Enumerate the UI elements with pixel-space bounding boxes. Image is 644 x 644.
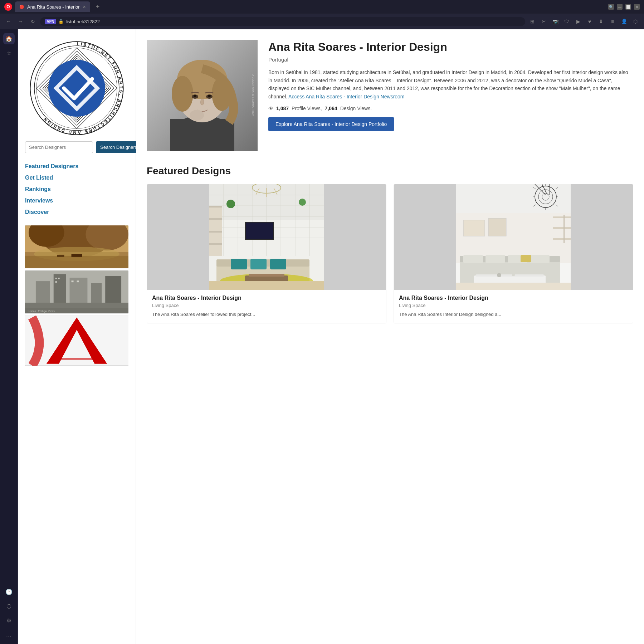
- download-icon[interactable]: ⬇: [596, 16, 606, 26]
- sidebar-more-icon[interactable]: …: [3, 629, 15, 640]
- svg-rect-24: [58, 278, 60, 279]
- design-card-2[interactable]: Ana Rita Soares - Interior Design Living…: [394, 184, 633, 323]
- design-card-2-title: Ana Rita Soares - Interior Design: [399, 295, 628, 301]
- heart-icon[interactable]: ♥: [585, 16, 595, 26]
- svg-rect-27: [77, 280, 79, 282]
- sidebar-bookmarks-icon[interactable]: ☆: [3, 47, 15, 59]
- svg-rect-33: [61, 358, 93, 360]
- site-logo: LISTOF.NET FOR ARTS, ARCHITECTURE AND DE…: [25, 36, 128, 140]
- search-area: Search Designers: [25, 141, 128, 153]
- window-controls: 🔍 — ⬜ ✕: [608, 4, 640, 10]
- search-button[interactable]: Search Designers: [96, 141, 141, 153]
- svg-rect-14: [57, 255, 64, 257]
- snapshot-icon[interactable]: ✂: [539, 16, 549, 26]
- site-sidebar: LISTOF.NET FOR ARTS, ARCHITECTURE AND DE…: [18, 29, 136, 644]
- site-logo-container[interactable]: LISTOF.NET FOR ARTS, ARCHITECTURE AND DE…: [25, 36, 128, 141]
- tab-favicon: 🔴: [19, 5, 24, 9]
- search-input[interactable]: [25, 141, 93, 153]
- close-btn[interactable]: ✕: [634, 4, 640, 10]
- design-views-count: 7,064: [325, 106, 337, 111]
- svg-rect-116: [530, 255, 550, 263]
- sidebar-image-2[interactable]: Lisbon · Portugal Views: [25, 270, 128, 313]
- sidebar-image-3[interactable]: [25, 316, 128, 366]
- minimize-btn[interactable]: —: [617, 4, 623, 10]
- svg-rect-107: [553, 216, 571, 218]
- design-image-1-svg: [147, 184, 386, 290]
- svg-point-46: [194, 95, 196, 97]
- sidebar-toggle-icon[interactable]: ⊞: [527, 16, 537, 26]
- svg-rect-81: [231, 259, 247, 269]
- design-card-1-info: Ana Rita Soares - Interior Design Living…: [147, 290, 386, 323]
- svg-rect-122: [456, 283, 571, 290]
- reload-btn[interactable]: ↻: [28, 16, 38, 26]
- profile-stats: 👁 1,087 Profile Views, 7,064 Design View…: [268, 106, 633, 111]
- svg-rect-87: [209, 281, 324, 290]
- opera-sidebar: 🏠 ☆ 🕐 ⬡ ⚙ …: [0, 29, 18, 644]
- sidebar-history-icon[interactable]: 🕐: [3, 586, 15, 597]
- nav-bar: ← → ↻ VPN 🔒 listof.net/312822 ⊞ ✂ 📷 🛡 ▶ …: [0, 14, 644, 29]
- play-icon[interactable]: ▶: [573, 16, 583, 26]
- designer-bio: Born in Setúbal in 1981, started studyin…: [268, 68, 633, 101]
- url-text: listof.net/312822: [66, 19, 100, 24]
- svg-rect-108: [553, 227, 571, 229]
- svg-text:A DESIGN AWARD & COMPETITION: A DESIGN AWARD & COMPETITION: [252, 74, 254, 116]
- forward-btn[interactable]: →: [16, 16, 26, 26]
- opera-logo: O: [4, 3, 12, 11]
- extensions-icon[interactable]: ⬡: [630, 16, 640, 26]
- design-card-1-desc: The Ana Rita Soares Atelier followed thi…: [152, 311, 381, 318]
- designer-location: Portugal: [268, 57, 633, 63]
- svg-point-77: [226, 200, 235, 208]
- sidebar-home-icon[interactable]: 🏠: [3, 33, 15, 44]
- profile-photo: A DESIGN AWARD & COMPETITION: [147, 40, 258, 151]
- svg-rect-50: [195, 111, 198, 118]
- svg-rect-73: [209, 206, 222, 208]
- design-card-2-type: Living Space: [399, 303, 628, 308]
- profile-views-count: 1,087: [276, 106, 289, 111]
- active-tab[interactable]: 🔴 Ana Rita Soares - Interior ✕: [15, 1, 90, 12]
- featured-section: Featured Designs: [147, 165, 633, 323]
- get-listed-link[interactable]: Get Listed: [25, 173, 128, 182]
- browser-content: 🏠 ☆ 🕐 ⬡ ⚙ …: [0, 29, 644, 644]
- design-image-1: [147, 184, 386, 290]
- site-nav-links: Featured Designers Get Listed Rankings I…: [25, 162, 128, 217]
- profile-icon[interactable]: 👤: [619, 16, 629, 26]
- reading-list-icon[interactable]: ≡: [608, 16, 618, 26]
- designs-grid: Ana Rita Soares - Interior Design Living…: [147, 184, 633, 323]
- svg-rect-71: [246, 223, 273, 239]
- title-bar: O 🔴 Ana Rita Soares - Interior ✕ + 🔍 — ⬜…: [0, 0, 644, 14]
- design-card-1[interactable]: Ana Rita Soares - Interior Design Living…: [147, 184, 386, 323]
- sidebar-image-1[interactable]: [25, 225, 128, 268]
- sidebar-extensions-icon[interactable]: ⬡: [3, 600, 15, 612]
- back-btn[interactable]: ←: [4, 16, 14, 26]
- sidebar-image-3-svg: [25, 316, 128, 366]
- search-btn[interactable]: 🔍: [608, 4, 614, 10]
- rankings-link[interactable]: Rankings: [25, 185, 128, 194]
- restore-btn[interactable]: ⬜: [625, 4, 631, 10]
- design-image-2: [394, 184, 633, 290]
- sidebar-images: Lisbon · Portugal Views: [25, 225, 128, 366]
- svg-rect-117: [521, 255, 531, 262]
- sidebar-settings-icon[interactable]: ⚙: [3, 615, 15, 626]
- design-card-1-type: Living Space: [152, 303, 381, 308]
- new-tab-btn[interactable]: +: [93, 3, 103, 11]
- featured-designers-link[interactable]: Featured Designers: [25, 162, 128, 171]
- svg-point-47: [208, 95, 211, 97]
- svg-rect-83: [270, 259, 286, 269]
- designer-photo-svg: A DESIGN AWARD & COMPETITION: [147, 40, 258, 151]
- profile-views-label: Profile Views,: [292, 106, 322, 111]
- interviews-link[interactable]: Interviews: [25, 196, 128, 205]
- newsroom-link[interactable]: Access Ana Rita Soares - Interior Design…: [288, 94, 404, 99]
- lock-icon: 🔒: [58, 19, 64, 24]
- player-icon[interactable]: 📷: [550, 16, 560, 26]
- shield-icon[interactable]: 🛡: [562, 16, 572, 26]
- profile-info: Ana Rita Soares - Interior Design Portug…: [268, 40, 633, 151]
- discover-link[interactable]: Discover: [25, 208, 128, 217]
- svg-point-121: [512, 273, 515, 276]
- svg-text:Lisbon · Portugal Views: Lisbon · Portugal Views: [29, 310, 55, 313]
- address-bar[interactable]: VPN 🔒 listof.net/312822: [40, 17, 525, 26]
- tab-close-btn[interactable]: ✕: [83, 5, 86, 9]
- main-area: A DESIGN AWARD & COMPETITION Ana Rita So…: [136, 29, 644, 644]
- page-content: LISTOF.NET FOR ARTS, ARCHITECTURE AND DE…: [18, 29, 644, 644]
- sidebar-image-2-svg: Lisbon · Portugal Views: [25, 270, 128, 313]
- portfolio-button[interactable]: Explore Ana Rita Soares - Interior Desig…: [268, 117, 394, 131]
